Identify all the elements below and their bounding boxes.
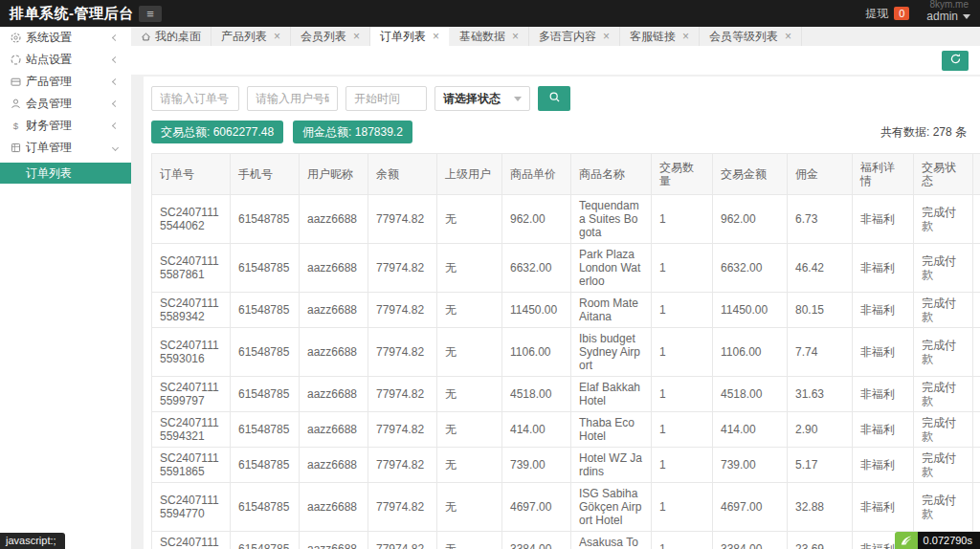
- close-icon[interactable]: ×: [682, 32, 689, 41]
- table-cell: 7.74: [788, 328, 853, 377]
- sidebar-item-order-management[interactable]: 订单管理: [0, 137, 131, 159]
- table-cell: 非福利: [853, 412, 914, 448]
- table-cell: 61548785: [231, 377, 300, 412]
- transaction-total-label: 交易总额:: [161, 125, 210, 139]
- table-cell: 46.42: [788, 244, 853, 293]
- table-cell: 31.63: [788, 377, 853, 412]
- column-header: 用户昵称: [300, 154, 368, 195]
- start-time-input[interactable]: [345, 86, 427, 111]
- user-number-input[interactable]: [247, 86, 338, 111]
- table-cell: SC24071115597584: [152, 532, 231, 549]
- table-cell: 3384.00: [502, 532, 571, 549]
- sidebar-subitem-order-list[interactable]: 订单列表: [0, 163, 131, 184]
- table-cell: SC24071115594770: [152, 483, 231, 532]
- chevron-left-icon: [112, 56, 119, 63]
- close-icon[interactable]: ×: [433, 32, 439, 41]
- tab-multilanguage[interactable]: 多语言内容 ×: [529, 27, 620, 46]
- tab-order-list[interactable]: 订单列表 ×: [370, 27, 450, 46]
- table-cell: Thaba Eco Hotel: [571, 412, 652, 448]
- tab-service-link[interactable]: 客服链接 ×: [620, 27, 700, 46]
- commission-total-value: 187839.2: [355, 125, 403, 139]
- tab-my-desktop[interactable]: 我的桌面: [131, 27, 212, 46]
- table-cell: 完成付款: [914, 293, 973, 328]
- table-cell: 非福利: [853, 293, 914, 328]
- tab-basic-data[interactable]: 基础数据 ×: [450, 27, 529, 46]
- table-cell: 无: [437, 448, 502, 483]
- close-icon[interactable]: ×: [603, 32, 610, 41]
- sidebar-item-system-settings[interactable]: 系统设置: [0, 27, 131, 49]
- tab-product-list[interactable]: 产品列表 ×: [212, 27, 291, 46]
- table-cell: 无: [437, 195, 502, 244]
- refresh-button[interactable]: [942, 51, 969, 71]
- withdraw-label: 提现: [865, 6, 888, 22]
- table-cell: 61548785: [231, 244, 300, 293]
- column-header: 交易数量: [652, 154, 713, 195]
- column-header: 交易状态: [914, 154, 973, 195]
- withdraw-link[interactable]: 提现 0: [865, 6, 909, 22]
- table-cell: Hotel WZ Jardins: [571, 448, 652, 483]
- table-cell: 61548785: [231, 412, 300, 448]
- chevron-left-icon: [112, 100, 119, 107]
- table-cell-cutoff: [973, 483, 980, 532]
- table-row: SC2407111558934261548785aazz668877974.82…: [152, 293, 980, 328]
- order-number-input[interactable]: [151, 86, 239, 111]
- table-cell: SC24071115591865: [152, 448, 231, 483]
- close-icon[interactable]: ×: [353, 32, 360, 41]
- sidebar: 系统设置 站点设置 产品管理 会员管理 $: [0, 27, 131, 549]
- table-cell: 无: [437, 244, 502, 293]
- table-cell: 非福利: [853, 377, 914, 412]
- column-header: 商品单价: [502, 154, 571, 195]
- table-cell: ISG Sabiha Gökçen Airport Hotel: [571, 483, 652, 532]
- sidebar-item-member-management[interactable]: 会员管理: [0, 93, 131, 115]
- sidebar-item-product-management[interactable]: 产品管理: [0, 71, 131, 93]
- table-cell: 6.73: [788, 195, 853, 244]
- status-select[interactable]: 请选择状态: [434, 86, 530, 111]
- sidebar-item-site-settings[interactable]: 站点设置: [0, 49, 131, 71]
- content-card: 请选择状态 交易总额: 6062277.48 佣金总额: 187839.2: [144, 77, 980, 549]
- sidebar-item-label: 财务管理: [26, 118, 113, 134]
- user-menu[interactable]: admin: [926, 10, 970, 23]
- commission-total-label: 佣金总额:: [302, 125, 351, 139]
- table-cell: 无: [437, 483, 502, 532]
- table-cell: 无: [437, 532, 502, 549]
- table-cell: aazz6688: [300, 293, 368, 328]
- table-header-row: 订单号手机号用户昵称余额上级用户商品单价商品名称交易数量交易金额佣金福利详情交易…: [152, 154, 980, 195]
- sidebar-item-label: 产品管理: [26, 74, 113, 90]
- close-icon[interactable]: ×: [512, 32, 519, 41]
- close-icon[interactable]: ×: [274, 32, 280, 41]
- table-cell: 77974.82: [368, 244, 437, 293]
- sidebar-item-finance-management[interactable]: $ 财务管理: [0, 115, 131, 137]
- close-icon[interactable]: ×: [785, 32, 791, 41]
- table-cell: 完成付款: [914, 328, 973, 377]
- table-cell-cutoff: [973, 195, 980, 244]
- table-cell: 无: [437, 377, 502, 412]
- sidebar-toggle-button[interactable]: ≡: [139, 6, 162, 22]
- column-header: 上级用户: [437, 154, 502, 195]
- table-cell: 77974.82: [368, 328, 437, 377]
- table-cell: 完成付款: [914, 412, 973, 448]
- table-body: SC2407111554406261548785aazz668877974.82…: [152, 195, 980, 549]
- tab-member-level-list[interactable]: 会员等级列表 ×: [700, 27, 802, 46]
- table-cell: 61548785: [231, 483, 300, 532]
- table-cell: 739.00: [713, 448, 788, 483]
- status-select-value: 请选择状态: [443, 91, 501, 107]
- tab-label: 订单列表: [380, 29, 426, 45]
- column-header: 订单号: [152, 154, 231, 195]
- table-cell: 11450.00: [713, 293, 788, 328]
- table-cell: Tequendama Suites Bogota: [571, 195, 652, 244]
- table-cell: 5.17: [788, 448, 853, 483]
- table-cell: 414.00: [713, 412, 788, 448]
- search-button[interactable]: [538, 86, 570, 111]
- search-form: 请选择状态: [151, 86, 980, 111]
- thinkphp-leaf-icon: [895, 532, 918, 549]
- table-cell: 完成付款: [914, 244, 973, 293]
- sidebar-item-label: 系统设置: [26, 30, 113, 46]
- table-cell: 非福利: [853, 244, 914, 293]
- refresh-icon: [949, 53, 962, 68]
- table-cell: Room Mate Aitana: [571, 293, 652, 328]
- column-header: 手机号: [231, 154, 300, 195]
- table-cell-cutoff: [973, 328, 980, 377]
- tab-member-list[interactable]: 会员列表 ×: [291, 27, 370, 46]
- table-cell: Asakusa Tobu Hotel: [571, 532, 652, 549]
- table-cell: 11450.00: [502, 293, 571, 328]
